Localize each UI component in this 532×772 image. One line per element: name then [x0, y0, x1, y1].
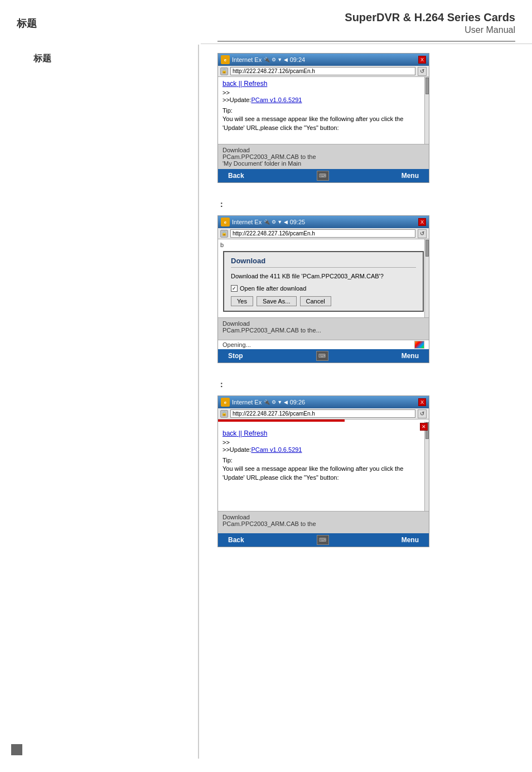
- menu-button-1[interactable]: Menu: [397, 171, 423, 181]
- step-colon-1: ：: [217, 200, 515, 210]
- browser-toolbar-3: Back ⌨ Menu: [218, 533, 429, 547]
- dialog-title: Download: [231, 257, 416, 268]
- nav-links-1: back || Refresh: [223, 80, 424, 88]
- tip-3: Tip: You will see a message appear like …: [223, 456, 424, 482]
- back-partial-2: b: [220, 242, 427, 248]
- titlebar-icons-1: 🔌 ⚙ ▼ ◀: [264, 57, 287, 62]
- close-btn-1[interactable]: X: [418, 56, 426, 64]
- browser-content-3: back || Refresh >> >>Update:PCam v1.0.6.…: [218, 422, 429, 511]
- pcam-link-3[interactable]: PCam v1.0.6.5291: [251, 446, 302, 453]
- titlebar-icons-2: 🔌 ⚙ ▼ ◀: [264, 219, 287, 225]
- addressbar-3: 🔒 http://222.248.227.126/pcamEn.h ↺: [218, 408, 429, 419]
- screenshot-3: e Internet Ex 🔌 ⚙ ▼ ◀ 09:26 X 🔒 http://2…: [217, 395, 429, 547]
- ie-icon-2: e: [221, 218, 230, 226]
- scrollbar-thumb-2[interactable]: [425, 240, 429, 257]
- titlebar-icons-3: 🔌 ⚙ ▼ ◀: [264, 399, 287, 405]
- refresh-link-1[interactable]: Refresh: [244, 80, 267, 88]
- scrollbar-2[interactable]: [424, 239, 429, 317]
- doc-sub-title: User Manual: [217, 25, 515, 42]
- titlebar-text-1: Internet Ex: [232, 56, 262, 63]
- browser-titlebar-1: e Internet Ex 🔌 ⚙ ▼ ◀ 09:24 X: [218, 54, 429, 66]
- screenshot-1: e Internet Ex 🔌 ⚙ ▼ ◀ 09:24 X 🔒 http://2…: [217, 53, 429, 183]
- nav-links-3: back || Refresh: [223, 430, 424, 437]
- back-button-3[interactable]: Back: [224, 535, 249, 545]
- close-btn-2[interactable]: X: [418, 218, 426, 226]
- screenshot-2: e Internet Ex 🔌 ⚙ ▼ ◀ 09:25 X 🔒 http://2…: [217, 215, 429, 363]
- refresh-link-3[interactable]: Refresh: [244, 430, 267, 437]
- download-box-1: Download PCam.PPC2003_ARM.CAB to the 'My…: [218, 144, 429, 169]
- addressbar-1: 🔒 http://222.248.227.126/pcamEn.h ↺: [218, 66, 429, 77]
- stop-loading-btn[interactable]: ✕: [420, 423, 428, 431]
- titlebar-text-2: Internet Ex: [232, 219, 262, 225]
- browser-window-3: e Internet Ex 🔌 ⚙ ▼ ◀ 09:26 X 🔒 http://2…: [217, 395, 429, 547]
- download-dialog: Download Download the 411 KB file 'PCam.…: [223, 251, 424, 312]
- tip-1: Tip: You will see a message appear like …: [223, 107, 424, 132]
- keyboard-icon-3[interactable]: ⌨: [317, 535, 329, 545]
- update-link-1: >>Update:PCam v1.0.6.5291: [223, 96, 424, 103]
- browser-window-2: e Internet Ex 🔌 ⚙ ▼ ◀ 09:25 X 🔒 http://2…: [217, 215, 429, 363]
- scrollbar-3[interactable]: [424, 422, 429, 511]
- browser-toolbar-2: Stop ⌨ Menu: [218, 349, 429, 363]
- address-icon-2: 🔒: [220, 230, 228, 238]
- checkbox-label: Open file after download: [240, 285, 306, 292]
- address-icon-1: 🔒: [220, 67, 228, 75]
- back-link-1[interactable]: back: [223, 80, 236, 88]
- update-link-3: >>Update:PCam v1.0.6.5291: [223, 446, 424, 453]
- sidebar-title-top: 标题: [17, 17, 37, 30]
- titlebar-time-1: 09:24: [290, 56, 306, 63]
- arrow1-3: >>: [223, 439, 424, 446]
- ie-icon-3: e: [221, 398, 230, 407]
- address-icon-3: 🔒: [220, 410, 228, 418]
- ie-icon-1: e: [221, 55, 230, 64]
- vertical-divider: [198, 45, 199, 759]
- scrollbar-1[interactable]: [424, 77, 429, 144]
- go-btn-2[interactable]: ↺: [418, 229, 427, 238]
- titlebar-left-2: e Internet Ex 🔌 ⚙ ▼ ◀ 09:25: [221, 218, 305, 226]
- menu-button-2[interactable]: Menu: [397, 351, 423, 361]
- stop-button-2[interactable]: Stop: [224, 351, 248, 361]
- download-box-3: Download PCam.PPC2003_ARM.CAB to the: [218, 511, 429, 533]
- back-button-1[interactable]: Back: [224, 171, 249, 181]
- browser-toolbar-1: Back ⌨ Menu: [218, 169, 429, 182]
- progress-bar-2: Opening...: [218, 340, 429, 349]
- titlebar-text-3: Internet Ex: [232, 399, 262, 406]
- addressbar-2: 🔒 http://222.248.227.126/pcamEn.h ↺: [218, 228, 429, 239]
- url-field-2[interactable]: http://222.248.227.126/pcamEn.h: [230, 229, 415, 238]
- go-btn-1[interactable]: ↺: [418, 67, 427, 76]
- yes-button[interactable]: Yes: [231, 296, 253, 306]
- titlebar-left-3: e Internet Ex 🔌 ⚙ ▼ ◀ 09:26: [221, 398, 305, 407]
- cancel-button[interactable]: Cancel: [300, 296, 331, 306]
- doc-main-title: SuperDVR & H.264 Series Cards: [217, 11, 515, 24]
- browser-window-1: e Internet Ex 🔌 ⚙ ▼ ◀ 09:24 X 🔒 http://2…: [217, 53, 429, 183]
- dialog-text: Download the 411 KB file 'PCam.PPC2003_A…: [231, 272, 416, 281]
- save-as-button[interactable]: Save As...: [257, 296, 297, 306]
- close-btn-3[interactable]: X: [418, 398, 426, 406]
- browser-titlebar-2: e Internet Ex 🔌 ⚙ ▼ ◀ 09:25 X: [218, 216, 429, 228]
- back-link-3[interactable]: back: [223, 430, 236, 437]
- download-box-2: Download PCam.PPC2003_ARM.CAB to the...: [218, 317, 429, 340]
- titlebar-time-3: 09:26: [290, 399, 306, 406]
- nav-sep-3: ||: [239, 430, 244, 437]
- menu-button-3[interactable]: Menu: [397, 535, 423, 545]
- status-box: [11, 744, 22, 755]
- arrow1-1: >>: [223, 89, 424, 96]
- titlebar-time-2: 09:25: [290, 219, 306, 225]
- keyboard-icon-2[interactable]: ⌨: [316, 351, 328, 361]
- browser-content-1: back || Refresh >> >>Update:PCam v1.0.6.…: [218, 77, 429, 144]
- step-colon-2: ：: [217, 380, 515, 390]
- progress-icon-2: [414, 341, 424, 349]
- sidebar-title-mid: 标题: [33, 53, 51, 65]
- pcam-link-1[interactable]: PCam v1.0.6.5291: [251, 96, 302, 103]
- dialog-buttons: Yes Save As... Cancel: [231, 296, 416, 306]
- scrollbar-thumb-1[interactable]: [425, 78, 429, 94]
- dialog-checkbox-row: ✓ Open file after download: [231, 285, 416, 292]
- keyboard-icon-1[interactable]: ⌨: [317, 171, 329, 181]
- go-btn-3[interactable]: ↺: [418, 409, 427, 418]
- browser-content-2: b Download Download the 411 KB file 'PCa…: [218, 239, 429, 317]
- url-field-3[interactable]: http://222.248.227.126/pcamEn.h: [230, 409, 415, 418]
- browser-titlebar-3: e Internet Ex 🔌 ⚙ ▼ ◀ 09:26 X: [218, 396, 429, 408]
- nav-sep-1: ||: [239, 80, 244, 88]
- url-field-1[interactable]: http://222.248.227.126/pcamEn.h: [230, 67, 415, 75]
- titlebar-left-1: e Internet Ex 🔌 ⚙ ▼ ◀ 09:24: [221, 55, 305, 64]
- open-after-download-checkbox[interactable]: ✓: [231, 285, 238, 292]
